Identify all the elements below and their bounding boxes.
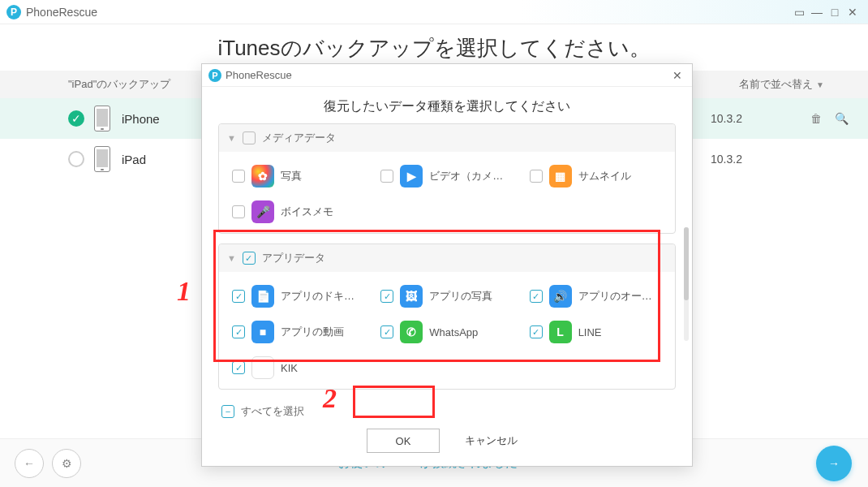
device-icon	[94, 146, 110, 172]
item-checkbox[interactable]	[530, 170, 543, 183]
category-header[interactable]: ▼メディアデータ	[219, 124, 675, 152]
backup-version: 10.3.2	[711, 112, 776, 125]
item-icon: ✿	[251, 165, 274, 187]
backup-radio[interactable]	[68, 151, 84, 167]
item-label: アプリのドキュメント	[281, 289, 364, 304]
window-close-button[interactable]: ✕	[844, 6, 862, 19]
sort-control[interactable]: 名前で並べ替え ▼	[739, 77, 824, 92]
item-checkbox[interactable]: ✓	[530, 325, 543, 338]
item-label: KIK	[281, 362, 364, 374]
modal-logo-icon: P	[208, 69, 221, 82]
item-checkbox[interactable]: ✓	[530, 290, 543, 303]
item-label: ビデオ（カメラ）	[429, 169, 513, 183]
data-type-modal: P PhoneRescue ✕ 復元したいデータ種類を選択してください ▼メディ…	[201, 63, 693, 467]
item-label: WhatsApp	[429, 326, 513, 338]
sort-label: 名前で並べ替え	[739, 77, 813, 92]
category-header[interactable]: ▼✓アプリデータ	[219, 244, 675, 272]
category-section: ▼メディアデータ✿写真▶ビデオ（カメラ）▦サムネイル🎤ボイスメモ	[218, 123, 676, 234]
data-type-item[interactable]: ✓✆WhatsApp	[372, 314, 521, 350]
select-all-checkbox[interactable]: −	[221, 405, 234, 418]
category-checkbox[interactable]: ✓	[243, 252, 256, 265]
category-body: ✿写真▶ビデオ（カメラ）▦サムネイル🎤ボイスメモ	[219, 152, 675, 233]
item-icon: 🖼	[400, 285, 423, 308]
item-icon: 🔊	[549, 285, 572, 308]
item-checkbox[interactable]: ✓	[232, 325, 245, 338]
cancel-button[interactable]: キャンセル	[454, 429, 527, 453]
item-label: ボイスメモ	[281, 205, 364, 219]
annotation-number-1: 1	[177, 276, 191, 307]
modal-scrollarea: ▼メディアデータ✿写真▶ビデオ（カメラ）▦サムネイル🎤ボイスメモ▼✓アプリデータ…	[202, 123, 692, 420]
data-type-item[interactable]: 🎤ボイスメモ	[224, 194, 372, 230]
modal-close-button[interactable]: ✕	[669, 69, 685, 82]
item-checkbox[interactable]: ✓	[232, 290, 245, 303]
item-label: 写真	[281, 169, 364, 183]
item-icon: 🎤	[251, 200, 274, 223]
collapse-icon[interactable]: ▼	[227, 133, 236, 143]
item-icon: ▦	[549, 165, 572, 187]
data-type-item[interactable]: ✿写真	[224, 158, 372, 194]
item-checkbox[interactable]: ✓	[380, 290, 393, 303]
window-minimize-button[interactable]: —	[808, 6, 826, 19]
next-button[interactable]: →	[816, 446, 852, 481]
device-icon	[94, 106, 110, 131]
modal-buttons: OK キャンセル	[202, 420, 692, 466]
item-label: サムネイル	[578, 169, 662, 183]
item-checkbox[interactable]: ✓	[232, 361, 245, 374]
data-type-item[interactable]: ▦サムネイル	[522, 158, 670, 194]
window-list-button[interactable]: ▭	[790, 6, 808, 19]
item-checkbox[interactable]	[232, 170, 245, 183]
item-icon: 📄	[251, 285, 274, 308]
item-icon: ✆	[400, 321, 423, 343]
page-title: iTunesのバックアップを選択してください。	[0, 34, 868, 62]
collapse-icon[interactable]: ▼	[227, 253, 236, 263]
modal-title: PhoneRescue	[226, 69, 292, 81]
item-icon: ▶	[400, 165, 423, 187]
app-logo-icon: P	[6, 5, 21, 19]
settings-button[interactable]: ⚙	[52, 449, 81, 478]
item-icon: ■	[251, 321, 274, 343]
delete-backup-button[interactable]: 🗑	[810, 112, 822, 125]
modal-titlebar: P PhoneRescue ✕	[202, 64, 692, 87]
item-icon: L	[549, 321, 572, 343]
data-type-item[interactable]: ✓🔊アプリのオーディオ	[522, 278, 670, 314]
item-label: アプリの写真	[429, 289, 513, 304]
category-label: メディアデータ	[262, 131, 336, 145]
inspect-backup-button[interactable]: 🔍	[835, 112, 849, 125]
category-label: アプリデータ	[262, 251, 325, 265]
select-all-label: すべてを選択	[241, 404, 304, 419]
item-label: LINE	[578, 326, 662, 338]
category-checkbox[interactable]	[243, 131, 256, 144]
data-type-item[interactable]: ▶ビデオ（カメラ）	[372, 158, 521, 194]
scrollbar-thumb[interactable]	[684, 227, 689, 300]
titlebar: P PhoneRescue ▭ — □ ✕	[0, 0, 868, 24]
data-type-item[interactable]: ✓LLINE	[522, 314, 670, 350]
backup-version: 10.3.2	[711, 153, 776, 166]
backup-radio[interactable]: ✓	[68, 110, 84, 127]
item-icon: kik	[251, 356, 274, 379]
category-section: ▼✓アプリデータ✓📄アプリのドキュメント✓🖼アプリの写真✓🔊アプリのオーディオ✓…	[218, 244, 676, 390]
window-maximize-button[interactable]: □	[826, 6, 844, 19]
item-label: アプリの動画	[281, 325, 364, 339]
ok-button[interactable]: OK	[367, 429, 440, 453]
modal-heading: 復元したいデータ種類を選択してください	[202, 87, 692, 123]
item-checkbox[interactable]	[380, 170, 393, 183]
app-name: PhoneRescue	[26, 6, 97, 19]
data-type-item[interactable]: ✓📄アプリのドキュメント	[224, 278, 372, 314]
back-button[interactable]: ←	[15, 449, 44, 478]
sort-caret-icon: ▼	[816, 80, 824, 89]
data-type-item[interactable]: ✓🖼アプリの写真	[372, 278, 521, 314]
item-checkbox[interactable]	[232, 205, 245, 218]
category-body: ✓📄アプリのドキュメント✓🖼アプリの写真✓🔊アプリのオーディオ✓■アプリの動画✓…	[219, 272, 675, 389]
data-type-item[interactable]: ✓kikKIK	[224, 350, 372, 386]
item-label: アプリのオーディオ	[578, 289, 662, 304]
item-checkbox[interactable]: ✓	[380, 325, 393, 338]
data-type-item[interactable]: ✓■アプリの動画	[224, 314, 372, 350]
